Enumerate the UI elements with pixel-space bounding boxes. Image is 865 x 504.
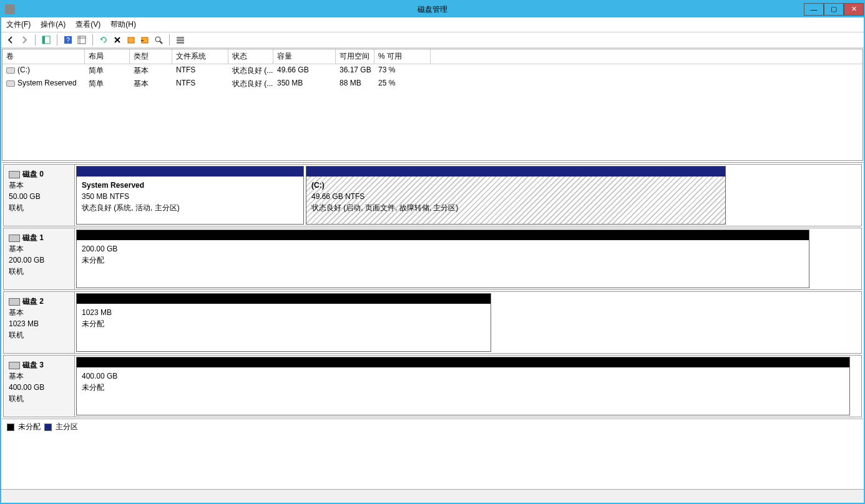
window-title: 磁盘管理 [418,4,447,15]
action-button[interactable] [139,34,150,46]
svg-line-10 [160,41,162,44]
partition-bar [77,167,303,177]
col-capacity[interactable]: 容量 [273,49,336,64]
col-fs[interactable]: 文件系统 [172,49,228,64]
search-button[interactable] [153,34,164,46]
partition-bar [77,357,849,367]
svg-rect-12 [177,39,184,41]
volume-row[interactable]: (C:) 简单 基本 NTFS 状态良好 (... 49.66 GB 36.17… [2,64,863,77]
col-layout[interactable]: 布局 [85,49,130,64]
disk-row[interactable]: 磁盘 3基本400.00 GB联机400.00 GB未分配 [3,355,862,417]
refresh-button[interactable] [98,34,109,46]
svg-rect-1 [42,36,45,44]
titlebar[interactable]: 磁盘管理 — ▢ ✕ [1,1,864,17]
help-button[interactable]: ? [62,34,74,46]
partition[interactable]: System Reserved350 MB NTFS状态良好 (系统, 活动, … [76,166,304,225]
legend-primary-label: 主分区 [56,422,78,432]
app-icon [5,4,15,14]
partition[interactable]: 400.00 GB未分配 [76,357,850,415]
legend-unallocated-swatch [7,424,14,431]
list-button[interactable] [175,34,186,46]
partition[interactable]: (C:)49.66 GB NTFS状态良好 (启动, 页面文件, 故障转储, 主… [306,166,726,225]
close-button[interactable]: ✕ [844,3,864,16]
disk-label: 磁盘 0基本50.00 GB联机 [4,165,75,226]
col-type[interactable]: 类型 [130,49,172,64]
forward-button[interactable] [19,34,30,46]
svg-text:?: ? [66,37,70,44]
disk-row[interactable]: 磁盘 1基本200.00 GB联机200.00 GB未分配 [3,228,862,290]
back-button[interactable] [5,34,16,46]
svg-rect-7 [128,37,134,43]
disk-label: 磁盘 3基本400.00 GB联机 [4,356,75,417]
disk-icon [9,235,20,242]
disk-graphic-area[interactable]: 磁盘 0基本50.00 GB联机System Reserved350 MB NT… [2,162,863,488]
disk-icon [9,171,20,178]
volume-row[interactable]: System Reserved 简单 基本 NTFS 状态良好 (... 350… [2,77,863,90]
show-hide-button[interactable] [41,34,52,46]
drive-icon [6,80,15,87]
partition-body: (C:)49.66 GB NTFS状态良好 (启动, 页面文件, 故障转储, 主… [306,177,725,224]
settings-button[interactable] [76,34,87,46]
partition-bar [77,230,809,240]
disk-icon [9,298,20,306]
svg-rect-11 [177,37,184,39]
legend-primary-swatch [44,424,52,431]
partition-body: 200.00 GB未分配 [77,240,809,288]
disk-label: 磁盘 1基本200.00 GB联机 [4,228,75,289]
menu-action[interactable]: 操作(A) [41,19,66,30]
col-volume[interactable]: 卷 [2,49,85,64]
menu-help[interactable]: 帮助(H) [110,19,136,30]
menubar: 文件(F) 操作(A) 查看(V) 帮助(H) [1,17,864,32]
partition-body: System Reserved350 MB NTFS状态良好 (系统, 活动, … [77,177,303,224]
status-bar [1,489,864,503]
menu-view[interactable]: 查看(V) [76,19,100,30]
partition-bar [306,167,725,177]
minimize-button[interactable]: — [804,3,824,16]
partition[interactable]: 1023 MB未分配 [76,293,491,352]
svg-rect-13 [177,42,184,44]
drive-icon [6,67,15,74]
partition-body: 400.00 GB未分配 [77,367,849,415]
svg-rect-4 [78,36,86,44]
partition-body: 1023 MB未分配 [77,304,491,351]
toolbar: ? [1,32,864,48]
disk-row[interactable]: 磁盘 2基本1023 MB联机1023 MB未分配 [3,291,862,354]
disk-row[interactable]: 磁盘 0基本50.00 GB联机System Reserved350 MB NT… [3,164,862,226]
disk-icon [9,362,20,369]
volume-header: 卷 布局 类型 文件系统 状态 容量 可用空间 % 可用 [2,49,863,64]
col-pct[interactable]: % 可用 [374,49,431,64]
volume-list[interactable]: 卷 布局 类型 文件系统 状态 容量 可用空间 % 可用 (C:) 简单 基本 … [2,49,863,161]
col-free[interactable]: 可用空间 [336,49,374,64]
maximize-button[interactable]: ▢ [824,3,844,16]
partition-bar [77,294,491,304]
legend-unallocated-label: 未分配 [18,422,41,432]
properties-button[interactable] [125,34,137,46]
col-status[interactable]: 状态 [228,49,273,64]
legend: 未分配 主分区 [2,419,863,435]
menu-file[interactable]: 文件(F) [6,19,31,30]
partition[interactable]: 200.00 GB未分配 [76,230,809,288]
disk-label: 磁盘 2基本1023 MB联机 [4,292,75,353]
delete-button[interactable] [112,34,123,46]
svg-point-9 [155,37,160,42]
